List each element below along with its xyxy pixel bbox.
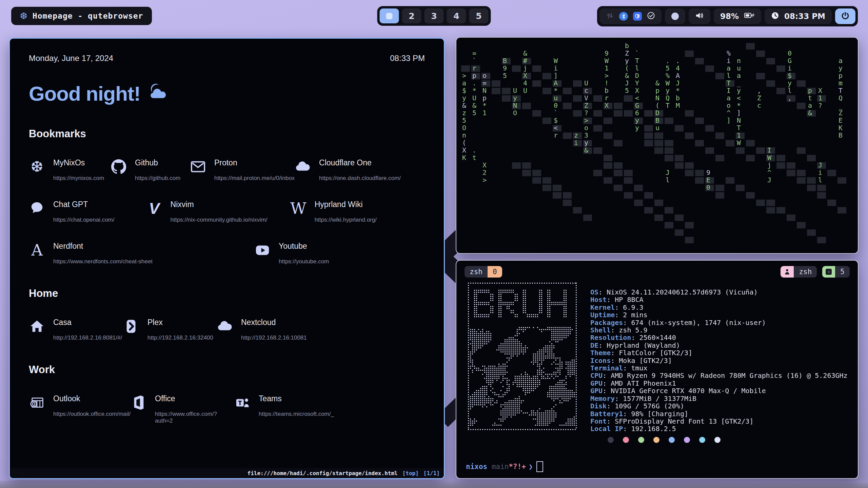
fetch-line: Resolution: 868×488	[590, 334, 848, 341]
tray-battery-pill[interactable]: 98%	[714, 8, 761, 24]
volume-icon	[695, 12, 704, 21]
fetch-label: CPU	[590, 371, 603, 380]
tray-clock-pill[interactable]: 08:33 PM	[765, 8, 832, 24]
fetch-line: Uptime: 2 mins	[590, 311, 848, 319]
workspace-button-2[interactable]: 2	[402, 8, 421, 23]
fetch-line: OS: NixOS 24.11.20240612.57d6973 (Vicuña…	[590, 288, 848, 296]
bookmark-name: Hyprland Wiki	[315, 200, 377, 209]
workspace-switcher: 2345	[377, 6, 491, 26]
snowflake-icon: ❆	[29, 159, 45, 175]
bookmark-item-nextcloud[interactable]: Nextcloudhttp://192.168.2.16:10081	[217, 318, 362, 341]
bookmark-item-casa[interactable]: Casahttp://192.168.2.16:8081/#/	[29, 318, 123, 341]
fetch-line: Theme: FlatColor [GTK2/3]	[590, 349, 848, 357]
power-button[interactable]	[835, 8, 855, 24]
prompt-host: nixos	[466, 463, 487, 471]
letter-w-icon: W	[290, 201, 307, 216]
terminal-icon: ›	[822, 266, 835, 278]
bookmark-item-proton[interactable]: Protonhttps://mail.proton.me/u/0/inbox	[190, 158, 295, 182]
chat-bubble-icon	[29, 201, 45, 216]
section-title-work: Work	[29, 364, 425, 376]
workspace-button-3[interactable]: 3	[425, 8, 444, 23]
bookmark-name: Office	[155, 394, 234, 403]
bookmark-name: Youtube	[279, 242, 329, 251]
record-dot-icon	[671, 13, 679, 20]
bluetooth-icon	[619, 12, 628, 21]
fetch-line: CPU: AMD Ryzen 9 7940HS w/ Radeon 780M G…	[590, 372, 848, 379]
startpage-clock: 08:33 PM	[390, 54, 425, 63]
bookmark-name: Outlook	[53, 394, 131, 403]
fetch-line: Packages: 674 (nix-system), 1747 (nix-us…	[590, 319, 848, 326]
terminal-color-palette	[608, 437, 721, 443]
startpage-date: Monday, June 17, 2024	[29, 54, 113, 63]
section-title-bookmarks: Bookmarks	[29, 128, 425, 140]
bookmark-item-plex[interactable]: Plexhttp://192.168.2.16:32400	[123, 318, 217, 341]
palette-dot	[699, 437, 705, 443]
letter-v-icon: V	[146, 201, 162, 216]
fetch-line: GPU: AMD ATI Phoenix1	[590, 380, 848, 387]
tmux-session-tab[interactable]: zsh 0	[465, 266, 502, 278]
bookmark-name: Plex	[147, 318, 213, 327]
tmux-shell-label: zsh	[794, 266, 817, 278]
prompt-git-branch	[487, 463, 492, 471]
bookmark-row: ❆MyNixOshttps://mynixos.comGithubhttps:/…	[29, 158, 425, 182]
workspace-button-1[interactable]	[380, 8, 399, 23]
chevron-icon	[123, 319, 139, 334]
palette-dot	[653, 437, 659, 443]
bookmark-url: https://chat.openai.com/	[53, 217, 115, 223]
network-arrows-icon	[606, 12, 614, 21]
bookmark-name: Nixvim	[171, 200, 268, 209]
bookmark-url: http://192.168.2.16:10081	[241, 334, 307, 341]
bookmark-item-chat-gpt[interactable]: Chat GPThttps://chat.openai.com/	[29, 200, 146, 223]
shell-prompt[interactable]: nixos main *?!+ ❯	[466, 461, 543, 472]
bookmark-item-cloudflare-one[interactable]: Cloudflare Onehttps://one.dash.cloudflar…	[295, 158, 425, 182]
fetch-terminal-window[interactable]: zsh 0 zsh › 5 OS: NixOS 24.11.20240612.5…	[456, 260, 859, 479]
window-title-text: Homepage - qutebrowser	[33, 12, 143, 20]
github-icon	[111, 159, 127, 175]
bookmark-name: Proton	[214, 158, 295, 167]
tray-notification-pill[interactable]	[665, 8, 685, 24]
cloud-icon	[217, 319, 233, 334]
bookmark-item-youtube[interactable]: Youtubehttps://youtube.com	[254, 242, 400, 265]
bookmark-item-outlook[interactable]: Outlookhttps://outlook.office.com/mail/	[29, 394, 131, 424]
workspace-button-4[interactable]: 4	[447, 8, 466, 23]
bookmark-item-github[interactable]: Githubhttps://github.com	[111, 158, 190, 182]
user-icon	[781, 266, 794, 278]
fetch-line: Terminal: tmux	[590, 364, 848, 372]
prompt-symbol: ❯	[529, 463, 533, 471]
bookmark-item-hyprland-wiki[interactable]: WHyprland Wikihttps://wiki.hyprland.org/	[290, 200, 425, 223]
play-icon	[254, 242, 271, 258]
check-circle-icon	[647, 12, 655, 21]
fetch-label: Font	[590, 417, 607, 425]
tray-volume-pill[interactable]	[689, 8, 710, 24]
bookmark-row: ANerdfonthttps://www.nerdfonts.com/cheat…	[29, 242, 425, 265]
bruh-ascii-art	[466, 281, 578, 431]
fetch-line: Local IP: 192.168.2.5	[590, 425, 848, 432]
fetch-label: Terminal	[590, 364, 623, 372]
bookmark-item-nerdfont[interactable]: ANerdfonthttps://www.nerdfonts.com/cheat…	[29, 242, 254, 265]
outlook-icon	[29, 395, 45, 410]
teams-icon	[234, 395, 251, 410]
bookmark-item-nixvim[interactable]: VNixvimhttps://nix-community.github.io/n…	[146, 200, 290, 223]
matrix-terminal-window[interactable]	[456, 37, 859, 254]
bookmark-item-office[interactable]: Officehttps://www.office.com/?auth=2	[131, 394, 234, 424]
bookmark-url: https://github.com	[135, 175, 180, 182]
fetch-line: Disk: 109G / 576G (20%)	[590, 402, 848, 410]
active-window-title-pill[interactable]: ❆ Homepage - qutebrowser	[11, 7, 152, 25]
palette-dot	[623, 437, 629, 443]
fetch-line: Memory: 1577MiB / 31377MiB	[590, 395, 848, 402]
bookmark-name: Casa	[53, 318, 122, 327]
fetch-label: GPU	[590, 387, 603, 395]
bookmark-item-teams[interactable]: Teamshttps://teams.microsoft.com/_	[234, 394, 380, 424]
desktop: ❆ Homepage - qutebrowser 2345	[0, 0, 868, 488]
qutebrowser-window[interactable]: Monday, June 17, 2024 08:33 PM Good nigh…	[9, 38, 445, 479]
bookmark-item-mynixos[interactable]: ❆MyNixOshttps://mynixos.com	[29, 158, 111, 182]
startpage-sections: Bookmarks❆MyNixOshttps://mynixos.comGith…	[29, 128, 425, 424]
wallpaper-bottom-band	[0, 481, 868, 488]
tmux-statusbar: zsh 0 zsh › 5	[465, 266, 850, 278]
statusbar-scroll-indicator: [top]	[402, 470, 419, 476]
fetch-label: GPU	[590, 379, 603, 387]
bookmark-url: https://teams.microsoft.com/_	[259, 411, 334, 418]
tray-status-icons-pill[interactable]	[599, 8, 662, 24]
prompt-git-branch-name: main	[492, 463, 509, 471]
workspace-button-5[interactable]: 5	[469, 8, 489, 23]
